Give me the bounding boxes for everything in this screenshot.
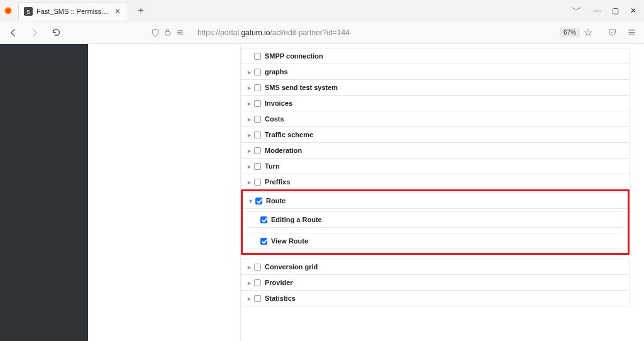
reload-button[interactable]: [48, 25, 64, 41]
bookmark-star-icon[interactable]: ☆: [584, 26, 592, 38]
tree-toggle-icon[interactable]: ▸: [247, 147, 252, 154]
maximize-button[interactable]: ▢: [612, 6, 619, 15]
shield-icon[interactable]: [151, 28, 160, 37]
perm-label: View Route: [271, 237, 308, 245]
forward-button: [26, 25, 43, 41]
perm-row-preffixs[interactable]: ▸ Preffixs: [241, 174, 630, 190]
perm-row-conv-grid[interactable]: ▸ Conversion grid: [241, 259, 630, 275]
tree-toggle-icon[interactable]: ▾: [248, 198, 253, 204]
new-tab-button[interactable]: ＋: [133, 3, 148, 18]
svg-point-5: [178, 30, 179, 31]
tree-toggle-icon[interactable]: ▸: [247, 264, 252, 271]
highlight-route-box: ▾ Route Editing a Route View Route: [241, 189, 630, 255]
svg-point-7: [179, 33, 180, 35]
perm-label: Preffixs: [265, 178, 290, 186]
perm-row-invoices[interactable]: ▸ Invoices: [241, 96, 630, 111]
zoom-badge[interactable]: 67%: [560, 28, 580, 37]
arrow-right-icon: [30, 28, 40, 38]
address-bar[interactable]: https://portal.gatum.io/acl/edit-partner…: [194, 25, 596, 41]
tree-toggle-icon[interactable]: ▸: [247, 279, 252, 286]
content-area: ▸ SMPP connection ▸ graphs ▸ SMS send te…: [0, 44, 644, 341]
perm-checkbox-preffixs[interactable]: [254, 179, 261, 186]
tree-toggle-icon[interactable]: ▸: [247, 69, 252, 75]
perm-label: Moderation: [265, 147, 302, 154]
site-security-icons: [151, 28, 185, 37]
perm-row-view-route[interactable]: View Route: [248, 233, 623, 249]
minimize-button[interactable]: —: [593, 6, 601, 15]
perm-checkbox-statistics[interactable]: [254, 295, 261, 302]
perm-label: Editing a Route: [271, 216, 322, 223]
pocket-icon[interactable]: [608, 28, 617, 37]
overflow-chevron-icon[interactable]: ﹀: [572, 4, 582, 17]
perm-label: SMPP connection: [265, 52, 323, 60]
perm-row-traffic[interactable]: ▸ Traffic scheme: [241, 127, 630, 143]
tree-toggle-icon[interactable]: ▸: [247, 163, 252, 170]
svg-text:S: S: [26, 9, 30, 15]
tree-toggle-icon[interactable]: ▸: [247, 84, 252, 91]
tab-title: Fast_SMS :: Permissions: [36, 8, 109, 15]
close-window-button[interactable]: ✕: [630, 6, 636, 15]
toolbar-right: [608, 28, 639, 37]
permissions-tune-icon[interactable]: [175, 28, 185, 36]
svg-point-1: [6, 8, 11, 13]
perm-checkbox-edit-route[interactable]: [260, 216, 267, 223]
perm-label: Invoices: [265, 99, 292, 107]
tree-toggle-icon[interactable]: ▸: [247, 100, 252, 107]
route-children: Editing a Route View Route: [248, 211, 623, 249]
perm-label: graphs: [265, 68, 288, 75]
perm-checkbox-provider[interactable]: [254, 279, 261, 286]
perm-checkbox-route[interactable]: [255, 198, 262, 204]
back-button[interactable]: [5, 25, 21, 41]
tab-close-icon[interactable]: ✕: [113, 6, 123, 16]
perm-row-moderation[interactable]: ▸ Moderation: [241, 143, 630, 159]
perm-checkbox-invoices[interactable]: [254, 100, 261, 107]
lock-icon[interactable]: [164, 28, 172, 36]
svg-rect-4: [165, 31, 170, 35]
window-controls: — ▢ ✕: [593, 6, 644, 15]
perm-row-graphs[interactable]: ▸ graphs: [241, 64, 630, 80]
perm-checkbox-turn[interactable]: [254, 163, 261, 170]
svg-point-6: [181, 31, 182, 33]
perm-row-statistics[interactable]: ▸ Statistics: [241, 291, 630, 306]
permissions-list: ▸ SMPP connection ▸ graphs ▸ SMS send te…: [241, 48, 630, 306]
perm-label: SMS send test system: [265, 84, 338, 91]
perm-checkbox-view-route[interactable]: [260, 238, 267, 245]
perm-label: Statistics: [265, 294, 296, 302]
browser-tab[interactable]: S Fast_SMS :: Permissions ✕: [18, 2, 128, 21]
arrow-left-icon: [8, 28, 18, 38]
url-toolbar: https://portal.gatum.io/acl/edit-partner…: [0, 21, 644, 44]
tree-toggle-icon[interactable]: ▸: [247, 116, 252, 123]
menu-icon[interactable]: [627, 28, 636, 37]
url-text: https://portal.gatum.io/acl/edit-partner…: [197, 28, 553, 37]
perm-row-costs[interactable]: ▸ Costs: [241, 111, 630, 127]
left-dark-panel: [0, 44, 88, 341]
perm-row-smpp[interactable]: ▸ SMPP connection: [241, 48, 630, 64]
perm-row-route[interactable]: ▾ Route: [243, 193, 628, 209]
perm-row-sms-test[interactable]: ▸ SMS send test system: [241, 80, 630, 96]
perm-label: Traffic scheme: [265, 131, 313, 138]
perm-checkbox-smpp[interactable]: [254, 53, 261, 60]
window-titlebar: S Fast_SMS :: Permissions ✕ ＋ ﹀ — ▢ ✕: [0, 0, 644, 21]
perm-checkbox-graphs[interactable]: [254, 69, 261, 75]
tree-toggle-icon[interactable]: ▸: [247, 131, 252, 138]
reload-icon: [52, 28, 61, 37]
permissions-panel: ▸ SMPP connection ▸ graphs ▸ SMS send te…: [241, 44, 644, 341]
perm-row-provider[interactable]: ▸ Provider: [241, 275, 630, 291]
tree-toggle-icon[interactable]: ▸: [247, 179, 252, 186]
perm-checkbox-conv-grid[interactable]: [254, 264, 261, 271]
perm-label: Provider: [265, 279, 293, 286]
perm-label: Conversion grid: [265, 263, 318, 271]
perm-row-edit-route[interactable]: Editing a Route: [248, 211, 623, 228]
perm-checkbox-moderation[interactable]: [254, 147, 261, 154]
perm-checkbox-costs[interactable]: [254, 116, 261, 123]
perm-row-turn[interactable]: ▸ Turn: [241, 159, 630, 174]
perm-label: Costs: [265, 115, 284, 123]
perm-checkbox-traffic[interactable]: [254, 131, 261, 138]
left-light-panel: [88, 44, 241, 341]
perm-checkbox-sms-test[interactable]: [254, 84, 261, 91]
perm-label: Route: [266, 197, 286, 204]
tab-favicon: S: [24, 7, 33, 16]
perm-label: Turn: [265, 162, 280, 170]
firefox-icon: [4, 6, 13, 15]
tree-toggle-icon[interactable]: ▸: [247, 295, 252, 302]
